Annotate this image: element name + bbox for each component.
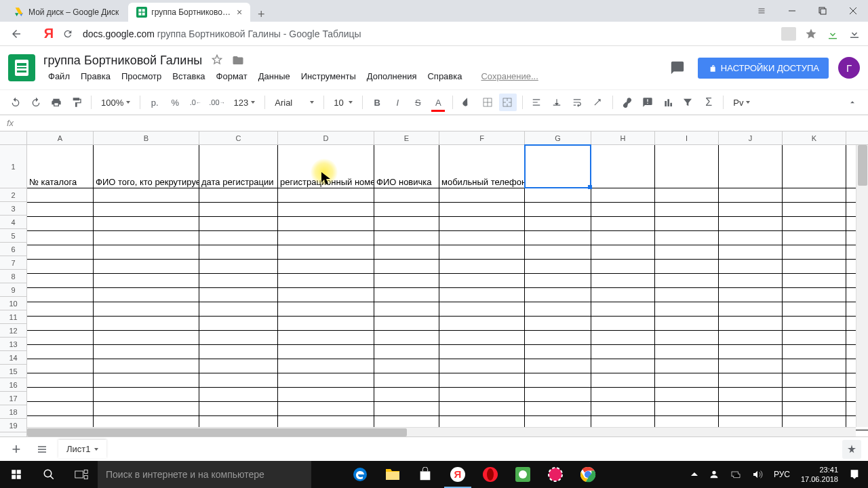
taskbar-search-input[interactable]: Поиск в интернете и на компьютере [98,461,311,488]
rotate-button[interactable] [589,94,607,111]
row-header[interactable]: 3 [0,202,27,216]
fill-color-button[interactable] [458,94,476,111]
cell[interactable] [278,245,374,259]
cell[interactable] [374,331,439,344]
cell[interactable] [27,260,94,273]
new-tab-button[interactable]: + [252,7,271,22]
row-header[interactable]: 10 [0,297,27,310]
italic-button[interactable]: I [389,94,406,111]
cell[interactable] [439,203,525,216]
cell[interactable] [374,345,439,359]
cell[interactable] [591,188,655,202]
cell[interactable] [199,274,278,287]
maximize-button[interactable] [807,0,837,22]
cell[interactable] [278,231,374,245]
menu-edit[interactable]: Правка [76,70,115,83]
cell[interactable] [591,388,655,401]
cell[interactable] [199,260,278,273]
cell[interactable] [199,231,278,245]
cell[interactable] [439,217,525,230]
reload-button[interactable] [58,24,77,43]
cell[interactable] [525,317,591,330]
cell[interactable] [374,260,439,273]
cell[interactable] [655,217,719,230]
row-header[interactable]: 2 [0,188,27,202]
cell[interactable] [525,188,591,202]
cell[interactable] [525,331,591,344]
close-window-button[interactable] [837,0,868,22]
cell[interactable] [655,188,719,202]
sheets-logo-icon[interactable] [8,54,35,81]
row-header[interactable]: 6 [0,243,27,256]
tray-chevron-icon[interactable] [688,461,701,488]
cell[interactable] [591,302,655,316]
language-indicator[interactable]: РУС [771,461,793,488]
cell[interactable] [719,203,783,216]
row-header[interactable]: 1 [0,145,27,188]
network-icon[interactable] [728,461,744,488]
cell[interactable] [655,245,719,259]
cell[interactable] [591,260,655,273]
cell[interactable] [655,260,719,273]
cell[interactable] [591,345,655,359]
cell[interactable] [655,145,719,188]
cell[interactable] [525,260,591,273]
cell[interactable] [278,359,374,373]
print-button[interactable] [47,94,65,111]
cell[interactable] [278,217,374,230]
cell[interactable] [374,388,439,401]
cell[interactable] [719,217,783,230]
cell[interactable] [94,317,199,330]
wrap-button[interactable] [569,94,587,111]
input-tools-dropdown[interactable]: Рv [729,98,754,108]
cell[interactable] [94,373,199,387]
row-header[interactable]: 16 [0,378,27,392]
cell[interactable] [525,373,591,387]
notifications-icon[interactable] [846,461,863,488]
cell[interactable] [278,317,374,330]
yandex-icon[interactable]: Я [39,24,58,43]
cell[interactable] [27,373,94,387]
row-header[interactable]: 17 [0,392,27,405]
cell[interactable] [591,288,655,302]
cell[interactable] [27,274,94,287]
cell[interactable] [27,288,94,302]
cell[interactable] [27,231,94,245]
row-header[interactable]: 5 [0,229,27,243]
column-header[interactable]: B [94,131,199,144]
cell[interactable] [655,331,719,344]
cell[interactable] [591,231,655,245]
menu-addons[interactable]: Дополнения [362,70,422,83]
cell[interactable] [278,274,374,287]
cell[interactable] [94,359,199,373]
cell[interactable] [525,302,591,316]
add-sheet-button[interactable]: + [7,440,26,459]
cell[interactable] [199,245,278,259]
cell[interactable] [783,188,846,202]
cell[interactable] [439,231,525,245]
cell[interactable] [783,331,846,344]
comments-icon[interactable] [667,57,688,79]
cell[interactable] [199,288,278,302]
cell[interactable] [439,188,525,202]
cell[interactable] [27,188,94,202]
cell[interactable] [591,317,655,330]
cell[interactable] [439,245,525,259]
font-dropdown[interactable]: Arial [271,98,318,108]
cell[interactable]: мобильный телефон [439,145,525,188]
row-header[interactable]: 15 [0,365,27,378]
column-header[interactable]: K [783,131,846,144]
cell[interactable] [199,373,278,387]
select-all-corner[interactable] [0,131,27,144]
cell[interactable] [27,402,94,415]
cell[interactable] [783,359,846,373]
cell[interactable] [199,388,278,401]
cell[interactable] [525,388,591,401]
cell[interactable] [655,274,719,287]
cell[interactable] [94,331,199,344]
downloads-tray-icon[interactable] [848,27,861,41]
horizontal-scrollbar[interactable] [27,427,856,436]
cell[interactable] [783,317,846,330]
cell[interactable] [439,345,525,359]
menu-help[interactable]: Справка [422,70,467,83]
